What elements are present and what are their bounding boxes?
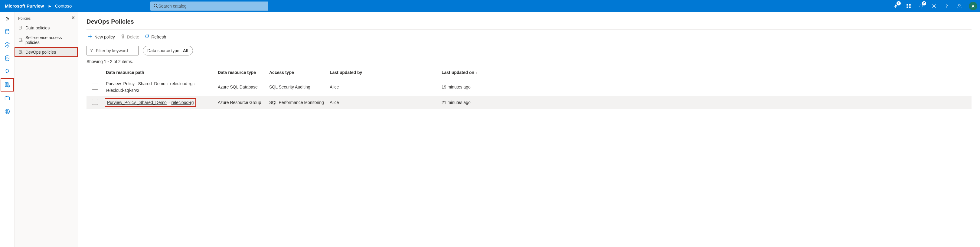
sidebar-item-label: Data policies	[25, 26, 49, 30]
svg-rect-5	[909, 6, 911, 8]
svg-rect-17	[19, 38, 21, 42]
apps-icon[interactable]	[903, 0, 914, 12]
events-icon[interactable]: 1	[891, 0, 901, 12]
data-catalog-icon[interactable]	[1, 39, 13, 51]
collapse-panel-button[interactable]	[71, 15, 76, 21]
svg-point-0	[154, 4, 157, 7]
row-updated-by-cell: Alice	[327, 96, 439, 109]
svg-rect-13	[5, 97, 10, 100]
svg-rect-3	[909, 4, 911, 5]
count-line: Showing 1 - 2 of 2 items.	[86, 59, 972, 64]
org-name: Contoso	[55, 3, 72, 8]
panel-title: Policies	[14, 12, 78, 23]
expand-rail-button[interactable]	[0, 13, 14, 24]
pill-value: All	[183, 48, 188, 53]
path-segment[interactable]: relecloud-rg	[170, 81, 192, 86]
header-icons: 1 2 A	[891, 0, 980, 12]
insights-icon[interactable]	[1, 66, 13, 78]
refresh-button[interactable]: Refresh	[145, 34, 166, 40]
sidebar-item-devops[interactable]: DevOps policies	[14, 47, 78, 57]
table-row[interactable]: Purview_Policy _Shared_Demo›relecloud-rg…	[86, 78, 972, 96]
chevron-right-icon: ›	[169, 101, 170, 104]
divider	[86, 29, 972, 30]
events-badge: 1	[897, 1, 901, 5]
row-access-cell: SQL Security Auditing	[267, 78, 327, 96]
path-segment[interactable]: relecloud-sql-srv2	[106, 88, 139, 93]
avatar[interactable]: A	[967, 0, 978, 12]
path-segment[interactable]: Purview_Policy _Shared_Demo	[106, 81, 165, 86]
notifications-icon[interactable]: 2	[916, 0, 927, 12]
row-path-cell: Purview_Policy _Shared_Demo›relecloud-rg…	[103, 78, 215, 96]
plus-icon	[88, 34, 92, 40]
filter-icon	[89, 48, 94, 53]
filter-input[interactable]	[96, 48, 136, 53]
svg-line-1	[157, 6, 158, 8]
col-type[interactable]: Data resource type	[215, 67, 267, 78]
row-updated-by-cell: Alice	[327, 78, 439, 96]
management-icon[interactable]	[1, 92, 13, 104]
product-link[interactable]: Microsoft Purview	[5, 3, 44, 8]
col-updated-on[interactable]: Last updated on↓	[439, 67, 972, 78]
row-type-cell: Azure SQL Database	[215, 78, 267, 96]
row-path-cell: Purview_Policy _Shared_Demo›relecloud-rg	[103, 96, 215, 109]
col-checkbox	[86, 67, 103, 78]
row-checkbox[interactable]	[92, 99, 98, 105]
settings-icon[interactable]	[929, 0, 939, 12]
table-header-row: Data resource path Data resource type Ac…	[86, 67, 972, 78]
brand: Microsoft Purview ▸ Contoso	[5, 3, 72, 9]
privacy-icon[interactable]	[1, 106, 13, 117]
col-access[interactable]: Access type	[267, 67, 327, 78]
svg-rect-4	[907, 6, 908, 8]
row-access-cell: SQL Performance Monitoring	[267, 96, 327, 109]
new-policy-button[interactable]: New policy	[88, 34, 115, 40]
svg-point-20	[21, 53, 22, 54]
path-segment[interactable]: relecloud-rg	[172, 100, 194, 105]
col-updated-by[interactable]: Last updated by	[327, 67, 439, 78]
table-row[interactable]: Purview_Policy _Shared_Demo›relecloud-rg…	[86, 96, 972, 109]
search-box[interactable]	[150, 2, 268, 11]
row-checkbox-cell	[86, 78, 103, 96]
policies-table: Data resource path Data resource type Ac…	[86, 67, 972, 109]
search-input[interactable]	[158, 2, 265, 11]
filter-input-wrap[interactable]	[86, 46, 138, 56]
search-wrap	[150, 2, 268, 11]
sidebar-item-label: Self-service access policies	[25, 35, 74, 45]
row-checkbox-cell	[86, 96, 103, 109]
icon-rail	[0, 12, 14, 247]
trash-icon	[120, 34, 125, 40]
pill-label: Data source type :	[147, 48, 182, 53]
help-icon[interactable]	[941, 0, 952, 12]
side-panel: Policies Data policies Self-service acce…	[14, 12, 78, 247]
cmd-label: Delete	[127, 35, 139, 39]
data-map-icon[interactable]	[1, 26, 13, 38]
sidebar-item-self-service[interactable]: Self-service access policies	[14, 33, 78, 47]
filter-row: Data source type : All	[86, 46, 972, 56]
notifications-badge: 2	[922, 1, 926, 5]
chevron-right-icon: ▸	[49, 3, 51, 8]
sidebar-item-data-policies[interactable]: Data policies	[14, 23, 78, 33]
col-path[interactable]: Data resource path	[103, 67, 215, 78]
data-estate-icon[interactable]	[1, 52, 13, 64]
sidebar-item-label: DevOps policies	[25, 50, 56, 55]
cmd-label: Refresh	[151, 35, 166, 39]
avatar-circle: A	[969, 2, 977, 10]
top-header: Microsoft Purview ▸ Contoso 1 2	[0, 0, 980, 12]
svg-point-10	[5, 56, 9, 57]
svg-point-8	[959, 4, 960, 6]
row-checkbox[interactable]	[92, 83, 98, 90]
svg-point-15	[6, 110, 8, 112]
feedback-icon[interactable]	[954, 0, 965, 12]
page-title: DevOps Policies	[86, 18, 972, 25]
row-updated-on-cell: 21 minutes ago	[439, 96, 972, 109]
svg-point-9	[5, 29, 9, 31]
row-type-cell: Azure Resource Group	[215, 96, 267, 109]
svg-rect-19	[19, 50, 21, 54]
cmd-label: New policy	[94, 35, 115, 39]
svg-point-18	[21, 40, 22, 42]
path-segment[interactable]: Purview_Policy _Shared_Demo	[107, 100, 167, 105]
svg-point-6	[934, 5, 935, 7]
policies-icon[interactable]	[1, 79, 13, 91]
main: DevOps Policies New policy Delete Refres…	[78, 12, 980, 247]
datasource-type-pill[interactable]: Data source type : All	[143, 46, 193, 56]
delete-button: Delete	[120, 34, 139, 40]
